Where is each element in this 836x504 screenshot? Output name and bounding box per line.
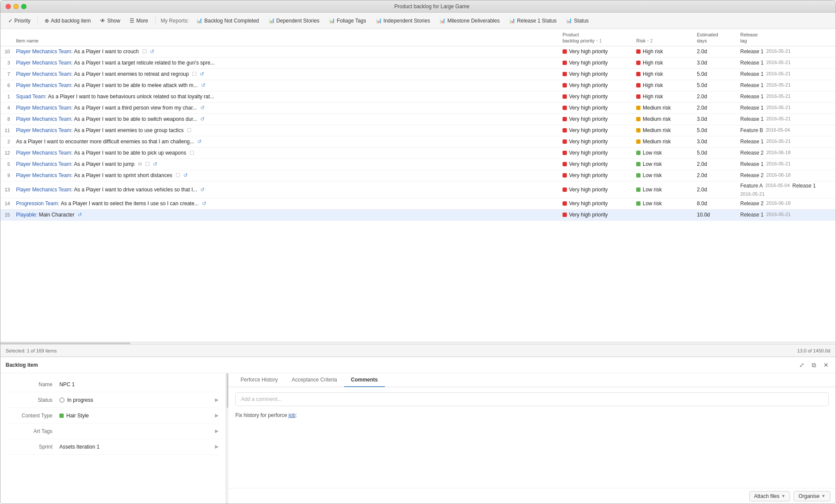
report-milestone-button[interactable]: 📊 Milestone Deliverables [436, 16, 503, 26]
row-release: Release 12016-05-21 [740, 94, 836, 100]
detail-body: Name NPC 1 Status In progress ▶ Content … [0, 373, 836, 504]
table-row[interactable]: 14Progression Team: As a Player I want t… [0, 198, 836, 210]
maximize-button[interactable] [21, 4, 26, 9]
status-arrow-icon[interactable]: ▶ [215, 397, 218, 403]
team-name: Player Mechanics Team: [16, 48, 74, 55]
content-type-arrow-icon[interactable]: ▶ [215, 413, 218, 418]
team-name: Player Mechanics Team: [16, 82, 74, 88]
priority-dot-icon [563, 151, 567, 155]
table-body[interactable]: 10Player Mechanics Team: As a Player I w… [0, 46, 836, 342]
release-date: 2016-05-04 [765, 183, 790, 189]
content-type-label: Content Type [7, 413, 59, 419]
priority-dot-icon [563, 201, 567, 206]
report-backlog-button[interactable]: 📊 Backlog Not Completed [193, 16, 262, 26]
table-row[interactable]: 3Player Mechanics Team: As a Player I wa… [0, 58, 836, 69]
report-foliage-label: Foliage Tags [337, 18, 366, 24]
risk-text: High risk [643, 82, 663, 88]
organise-button[interactable]: Organise ▼ [794, 491, 830, 501]
risk-dot-icon [636, 201, 641, 206]
priority-label: Priority [14, 18, 30, 24]
scroll-thumb[interactable] [0, 342, 130, 344]
row-est: 5.0d [697, 150, 740, 156]
tab-perforce-history[interactable]: Perforce History [234, 373, 285, 387]
attach-files-button[interactable]: Attach files ▼ [749, 491, 790, 501]
history-link[interactable]: job [289, 412, 296, 418]
detail-panel: Backlog item ⤢ ⧉ ✕ Name NPC 1 Status [0, 356, 836, 504]
horizontal-scrollbar[interactable] [0, 342, 836, 344]
checkbox-icon: ☐ [188, 150, 194, 156]
table-row[interactable]: 4Player Mechanics Team: As a Player I wa… [0, 103, 836, 114]
table-row[interactable]: 12Player Mechanics Team: As a Player I w… [0, 148, 836, 159]
table-row[interactable]: 15Playable: Main Character ↺Very high pr… [0, 210, 836, 221]
form-row-name: Name NPC 1 [7, 377, 218, 392]
table-row[interactable]: 8Player Mechanics Team: As a Player I wa… [0, 114, 836, 125]
release-date-2: 2016-05-21 [740, 191, 764, 197]
form-row-art-tags[interactable]: Art Tags ▶ [7, 423, 218, 439]
report-independent-button[interactable]: 📊 Independent Stories [372, 16, 433, 26]
table-row[interactable]: 1Squad Team: As a Player I want to have … [0, 91, 836, 103]
report-foliage-button[interactable]: 📊 Foliage Tags [325, 16, 370, 26]
sprint-arrow-icon[interactable]: ▶ [215, 444, 218, 449]
col-header-risk[interactable]: Risk ↑ 2 [636, 38, 697, 44]
release-tag: Release 1 [740, 212, 764, 218]
row-est: 2.0d [697, 94, 740, 100]
task-name: As a Player I want to have behaviours un… [48, 94, 215, 100]
minimize-button[interactable] [13, 4, 19, 9]
detail-scrollbar-thumb[interactable] [227, 373, 228, 408]
table-row[interactable]: 2As a Player I want to encounter more di… [0, 136, 836, 148]
risk-dot-icon [636, 94, 641, 99]
art-tags-arrow-icon[interactable]: ▶ [215, 428, 218, 434]
table-row[interactable]: 9Player Mechanics Team: As a Player I wa… [0, 170, 836, 181]
report-release1-button[interactable]: 📊 Release 1 Status [506, 16, 560, 26]
form-row-status[interactable]: Status In progress ▶ [7, 392, 218, 408]
tab-comments[interactable]: Comments [344, 373, 385, 387]
detail-panel-title: Backlog item [6, 362, 38, 368]
form-row-content-type[interactable]: Content Type Hair Style ▶ [7, 408, 218, 423]
row-release: Feature A2016-05-04Release 12016-05-21 [740, 183, 836, 197]
report-status-button[interactable]: 📊 Status [563, 16, 592, 26]
tab-acceptance-criteria[interactable]: Acceptance Criteria [285, 373, 344, 387]
row-release: Release 12016-05-21 [740, 60, 836, 66]
table-row[interactable]: 5Player Mechanics Team: As a Player I wa… [0, 159, 836, 170]
status-label: Status [7, 397, 59, 403]
row-risk: Low risk [636, 200, 697, 207]
report-independent-label: Independent Stories [384, 18, 430, 24]
detail-actions: ⤢ ⧉ ✕ [797, 361, 830, 369]
release-tag: Release 2 [740, 172, 764, 178]
priority-button[interactable]: ✓ Priority [5, 16, 34, 26]
more-button[interactable]: ☰ More [126, 16, 151, 26]
close-icon[interactable]: ✕ [822, 361, 830, 369]
table-row[interactable]: 13Player Mechanics Team: As a Player I w… [0, 181, 836, 198]
task-name: As a Player I want to be able to pick up… [74, 150, 186, 156]
task-name: As a Player I want to select the items I… [61, 200, 198, 207]
add-icon: ⊕ [45, 18, 49, 24]
detail-form-scrollbar[interactable] [226, 373, 228, 504]
row-est: 2.0d [697, 161, 740, 167]
detail-tabs: Perforce History Acceptance Criteria Com… [228, 373, 836, 387]
external-link-icon[interactable]: ⧉ [810, 361, 818, 369]
add-backlog-button[interactable]: ⊕ Add backlog item [41, 16, 94, 26]
priority-text: Very high priority [569, 82, 608, 88]
table-row[interactable]: 6Player Mechanics Team: As a Player I wa… [0, 80, 836, 91]
priority-text: Very high priority [569, 105, 608, 111]
priority-text: Very high priority [569, 187, 608, 193]
row-est: 5.0d [697, 127, 740, 133]
risk-text: Low risk [643, 187, 662, 193]
row-name: Player Mechanics Team: As a Player I wan… [13, 82, 563, 88]
toolbar-divider-1 [37, 16, 38, 25]
close-button[interactable] [6, 4, 11, 9]
expand-icon[interactable]: ⤢ [797, 361, 806, 369]
col-header-priority[interactable]: Productbacklog priority ↑ 1 [563, 32, 636, 44]
table-row[interactable]: 11Player Mechanics Team: As a Player I w… [0, 125, 836, 136]
form-row-sprint[interactable]: Sprint Assets Iteration 1 ▶ [7, 439, 218, 455]
release-date: 2016-06-18 [766, 200, 790, 207]
add-comment-input[interactable]: Add a comment... [235, 392, 829, 406]
report-dependent-button[interactable]: 📊 Dependent Stories [265, 16, 323, 26]
report-backlog-label: Backlog Not Completed [204, 18, 259, 24]
table-row[interactable]: 10Player Mechanics Team: As a Player I w… [0, 46, 836, 58]
table-row[interactable]: 7Player Mechanics Team: As a Player I wa… [0, 69, 836, 80]
release-tag: Release 1 [740, 48, 764, 55]
content-type-color-icon [59, 414, 64, 418]
show-button[interactable]: 👁 Show [97, 16, 124, 26]
report-dependent-label: Dependent Stories [276, 18, 319, 24]
